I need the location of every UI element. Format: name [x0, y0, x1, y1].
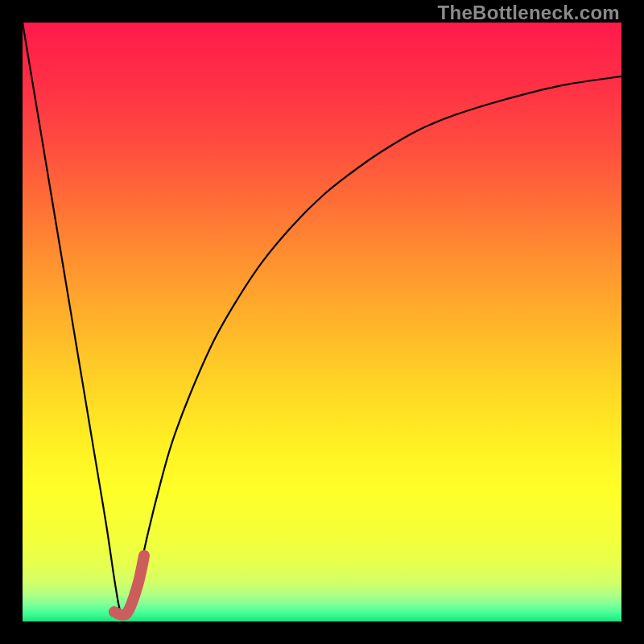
plot-area — [23, 23, 621, 621]
bottleneck-curve — [23, 23, 621, 617]
curve-layer — [23, 23, 621, 621]
watermark-text: TheBottleneck.com — [438, 2, 620, 24]
chart-frame: TheBottleneck.com — [0, 0, 644, 644]
